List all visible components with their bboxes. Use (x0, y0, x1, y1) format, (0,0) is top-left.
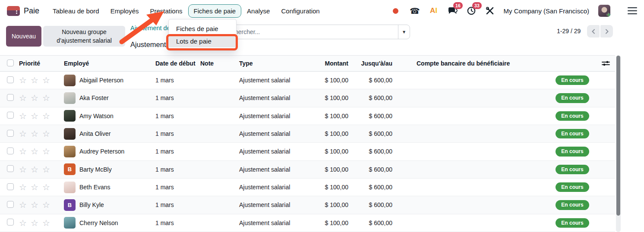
star-icon[interactable]: ☆ (19, 94, 27, 102)
dropdown-item-lots-de-paie[interactable]: Lots de paie (169, 35, 236, 47)
header-priorite[interactable]: Priorité (19, 60, 62, 67)
payroll-app-icon (7, 6, 20, 16)
star-icon[interactable]: ☆ (19, 183, 27, 191)
tools-icon[interactable] (485, 5, 495, 16)
employee-name: Aka Foster (79, 94, 109, 101)
start-date-cell: 1 mars (155, 94, 200, 101)
star-icon[interactable]: ☆ (31, 94, 38, 102)
hamburger-menu-icon[interactable] (628, 6, 637, 16)
star-icon[interactable]: ☆ (31, 165, 38, 174)
star-icon[interactable]: ☆ (42, 219, 50, 227)
dropdown-item-fiches-de-paie[interactable]: Fiches de paie (169, 22, 236, 35)
star-icon[interactable]: ☆ (31, 112, 38, 120)
nav-item-fiches-de-paie[interactable]: Fiches de paie (188, 4, 242, 18)
start-date-cell: 1 mars (155, 201, 200, 208)
pager-previous-button[interactable] (587, 25, 600, 38)
star-icon[interactable]: ☆ (31, 183, 38, 191)
priority-stars: ☆ ☆ ☆ (19, 94, 62, 102)
messages-icon[interactable]: 16 (448, 5, 458, 16)
status-badge: En cours (556, 182, 589, 192)
activities-clock-icon[interactable]: 33 (467, 5, 476, 16)
table-row[interactable]: ☆ ☆ ☆ Aka Foster 1 mars Ajustement salar… (0, 89, 615, 107)
row-checkbox[interactable] (7, 76, 14, 83)
star-icon[interactable]: ☆ (19, 129, 27, 138)
row-checkbox[interactable] (7, 112, 14, 119)
star-icon[interactable]: ☆ (19, 219, 27, 227)
header-type[interactable]: Type (239, 60, 321, 67)
header-note[interactable]: Note (200, 60, 239, 67)
header-montant[interactable]: Montant (321, 60, 354, 67)
nav-item-prestations[interactable]: Prestations (144, 4, 188, 18)
table-row[interactable]: ☆ ☆ ☆ Cherry Nelson 1 mars Ajustement sa… (0, 214, 615, 232)
table-row[interactable]: ☆ ☆ ☆ Anita Oliver 1 mars Ajustement sal… (0, 125, 615, 143)
app-brand[interactable]: Paie (7, 6, 39, 16)
type-cell: Ajustement salarial (239, 219, 321, 226)
star-icon[interactable]: ☆ (42, 165, 50, 174)
table-row[interactable]: ☆ ☆ ☆ Amy Watson 1 mars Ajustement salar… (0, 107, 615, 125)
amount-cell: $ 100,00 (321, 219, 354, 226)
star-icon[interactable]: ☆ (19, 147, 27, 156)
star-icon[interactable]: ☆ (31, 76, 38, 85)
star-icon[interactable]: ☆ (42, 129, 50, 138)
messages-count-badge: 16 (453, 2, 463, 9)
star-icon[interactable]: ☆ (19, 76, 27, 85)
recording-dot-icon[interactable] (391, 5, 401, 16)
amount-cell: $ 100,00 (321, 201, 354, 208)
employee-avatar (64, 146, 76, 157)
star-icon[interactable]: ☆ (42, 76, 50, 85)
pager-next-button[interactable] (600, 25, 613, 38)
table-row[interactable]: ☆ ☆ ☆ Beth Evans 1 mars Ajustement salar… (0, 179, 615, 196)
new-button[interactable]: Nouveau (6, 26, 41, 47)
vertical-scrollbar-thumb[interactable] (616, 56, 620, 216)
search-input[interactable] (219, 25, 398, 39)
employee-name: Audrey Peterson (79, 148, 124, 155)
vertical-scrollbar-track (616, 55, 621, 232)
row-checkbox[interactable] (7, 183, 14, 190)
new-salary-adjustment-group-button[interactable]: Nouveau groupe d’ajustement salarial (43, 26, 125, 47)
user-avatar[interactable]: ✈ (598, 5, 610, 17)
select-all-checkbox[interactable] (7, 60, 14, 66)
until-cell: $ 600,00 (354, 166, 398, 173)
header-date-debut[interactable]: Date de début (155, 60, 200, 67)
star-icon[interactable]: ☆ (19, 165, 27, 174)
star-icon[interactable]: ☆ (31, 129, 38, 138)
row-checkbox[interactable] (7, 201, 14, 208)
table-row[interactable]: ☆ ☆ ☆ B Billy Kyle 1 mars Ajustement sal… (0, 196, 615, 214)
star-icon[interactable]: ☆ (31, 201, 38, 209)
table-row[interactable]: ☆ ☆ ☆ Abigail Peterson 1 mars Ajustement… (0, 72, 615, 89)
status-badge: En cours (556, 75, 589, 85)
nav-item-analyse[interactable]: Analyse (241, 4, 275, 18)
star-icon[interactable]: ☆ (19, 112, 27, 120)
optional-columns-icon[interactable] (596, 60, 615, 66)
row-checkbox[interactable] (7, 130, 14, 137)
table-row[interactable]: ☆ ☆ ☆ Audrey Peterson 1 mars Ajustement … (0, 143, 615, 160)
star-icon[interactable]: ☆ (42, 112, 50, 120)
company-switcher[interactable]: My Company (San Francisco) (504, 7, 589, 15)
header-jusqu-au[interactable]: Jusqu'à/au (354, 60, 398, 67)
star-icon[interactable]: ☆ (31, 147, 38, 156)
row-checkbox[interactable] (7, 94, 14, 101)
header-compte-bancaire[interactable]: Compte bancaire du bénéficiaire (398, 60, 549, 67)
row-checkbox[interactable] (7, 165, 14, 172)
nav-item-configuration[interactable]: Configuration (275, 4, 325, 18)
search-dropdown-caret-icon[interactable]: ▼ (398, 25, 410, 39)
header-employe[interactable]: Employé (62, 60, 155, 67)
nav-item-tableau-de-bord[interactable]: Tableau de bord (47, 4, 105, 18)
phone-icon[interactable]: ☎ (410, 5, 420, 16)
group-button-line1: Nouveau groupe (62, 28, 107, 35)
type-cell: Ajustement salarial (239, 184, 321, 191)
star-icon[interactable]: ☆ (42, 201, 50, 209)
ai-icon[interactable]: AI (429, 5, 439, 16)
row-checkbox[interactable] (7, 147, 14, 154)
type-cell: Ajustement salarial (239, 94, 321, 101)
table-row[interactable]: ☆ ☆ ☆ B Barty McBly 1 mars Ajustement sa… (0, 161, 615, 179)
star-icon[interactable]: ☆ (31, 219, 38, 227)
star-icon[interactable]: ☆ (42, 147, 50, 156)
until-cell: $ 600,00 (354, 113, 398, 119)
star-icon[interactable]: ☆ (19, 201, 27, 209)
start-date-cell: 1 mars (155, 148, 200, 155)
row-checkbox[interactable] (7, 219, 14, 226)
star-icon[interactable]: ☆ (42, 94, 50, 102)
star-icon[interactable]: ☆ (42, 183, 50, 191)
nav-item-employes[interactable]: Employés (105, 4, 145, 18)
